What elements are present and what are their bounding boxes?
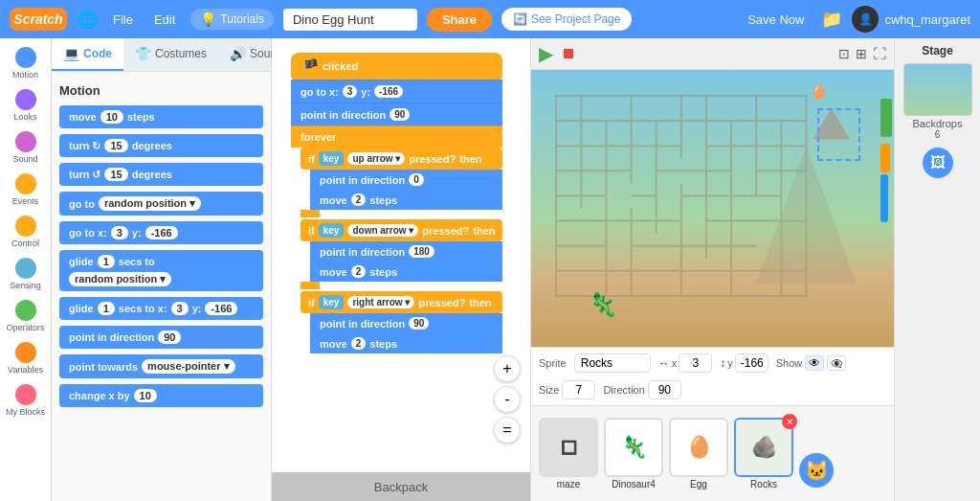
svg-marker-26: [756, 146, 857, 284]
looks-dot: [15, 89, 36, 110]
see-project-button[interactable]: 🔄 See Project Page: [501, 8, 632, 31]
events-dot: [15, 173, 36, 194]
sprite-delete-rocks[interactable]: ✕: [782, 414, 797, 429]
block-point-direction[interactable]: point in direction 90: [59, 326, 263, 349]
sidebar-item-operators[interactable]: Operators: [1, 296, 51, 336]
costumes-icon: 👕: [135, 46, 151, 61]
folder-icon[interactable]: 📁: [821, 9, 842, 30]
sprite-info-bar: Sprite ↔ x ↕ y Show 👁 👁‍🗨 Size: [531, 347, 894, 405]
add-backdrop-button[interactable]: 🖼: [923, 148, 953, 178]
show-label: Show: [776, 357, 803, 369]
tab-code[interactable]: 💻 Code: [52, 38, 123, 71]
direction-input[interactable]: [648, 380, 681, 399]
block-move[interactable]: move 10 steps: [59, 105, 263, 128]
sprite-item-dinosaur4[interactable]: 🦎 Dinosaur4: [604, 418, 663, 490]
control-dot: [15, 216, 36, 237]
sprite-size-control: Size: [539, 380, 595, 399]
sounds-tab-icon: 🔊: [230, 46, 246, 61]
add-backdrop-icon: 🖼: [930, 154, 946, 171]
y-value-input[interactable]: [735, 353, 768, 373]
zoom-out-button[interactable]: -: [494, 386, 521, 413]
section-title: Motion: [59, 83, 263, 98]
variables-label: Variables: [8, 365, 43, 375]
block-move-2-up[interactable]: move 2 steps: [310, 190, 502, 210]
backpack-bar[interactable]: Backpack: [272, 472, 530, 501]
block-point-towards[interactable]: point towards mouse-pointer ▾: [59, 354, 263, 378]
sidebar-item-control[interactable]: Control: [1, 212, 51, 252]
block-glide-random[interactable]: glide 1 secs to random position ▾: [59, 250, 263, 291]
events-label: Events: [12, 196, 39, 206]
large-stage-button[interactable]: ⊞: [856, 46, 867, 61]
size-input[interactable]: [562, 380, 595, 399]
show-visible-button[interactable]: 👁: [805, 355, 824, 371]
block-if-up[interactable]: if key up arrow ▾ pressed? then: [301, 148, 502, 170]
stage-backdrop-thumbnail[interactable]: [903, 63, 972, 116]
motion-label: Motion: [12, 70, 38, 80]
block-move-2-right[interactable]: move 2 steps: [310, 333, 502, 353]
block-point-0[interactable]: point in direction 0: [310, 170, 502, 190]
sprite-name-input[interactable]: [574, 353, 651, 373]
script-group-main: 🏴 clicked go to x: 3 y: -166 point in di…: [291, 53, 502, 353]
sprite-label-dinosaur4: Dinosaur4: [612, 479, 656, 490]
zoom-controls: + - =: [494, 355, 521, 444]
sidebar-item-sensing[interactable]: Sensing: [1, 254, 51, 294]
sprite-label-maze: maze: [557, 479, 580, 490]
block-goto-random[interactable]: go to random position ▾: [59, 192, 263, 216]
tab-costumes[interactable]: 👕 Costumes: [123, 38, 218, 71]
zoom-fit-button[interactable]: =: [494, 417, 521, 444]
x-value-input[interactable]: [679, 353, 712, 373]
avatar: 👤: [852, 6, 879, 33]
if-end-2: [301, 282, 320, 289]
block-if-right[interactable]: if key right arrow ▾ pressed? then: [301, 291, 502, 313]
block-goto-xy-script[interactable]: go to x: 3 y: -166: [291, 80, 502, 102]
sprite-label: Sprite: [539, 357, 567, 369]
tab-costumes-label: Costumes: [155, 47, 207, 60]
sidebar-item-motion[interactable]: Motion: [1, 43, 51, 83]
tutorials-btn[interactable]: 💡 Tutorials: [190, 9, 274, 30]
globe-icon[interactable]: 🌐: [77, 9, 98, 30]
block-goto-xy[interactable]: go to x: 3 y: -166: [59, 221, 263, 244]
block-point-90[interactable]: point in direction 90: [310, 313, 502, 333]
block-turn-right[interactable]: turn ↻ 15 degrees: [59, 134, 263, 157]
fullscreen-button[interactable]: ⛶: [873, 46, 886, 61]
sprite-item-egg[interactable]: 🥚 Egg: [669, 418, 728, 490]
block-change-x[interactable]: change x by 10: [59, 384, 263, 407]
block-point-direction-script[interactable]: point in direction 90: [291, 102, 502, 125]
user-menu[interactable]: 👤 cwhq_margaret: [852, 6, 970, 33]
save-button[interactable]: Save Now: [747, 12, 804, 27]
block-forever[interactable]: forever: [291, 125, 502, 148]
sidebar-item-myblocks[interactable]: My Blocks: [1, 380, 51, 421]
play-button[interactable]: ▶: [539, 42, 553, 65]
sidebar-item-sound[interactable]: Sound: [1, 127, 51, 168]
show-hidden-button[interactable]: 👁‍🗨: [827, 355, 846, 371]
block-glide-xy[interactable]: glide 1 secs to x: 3 y: -166: [59, 297, 263, 320]
zoom-in-button[interactable]: +: [494, 355, 521, 382]
sidebar-item-looks[interactable]: Looks: [1, 85, 51, 125]
variables-dot: [15, 342, 36, 363]
file-menu[interactable]: File: [107, 11, 139, 29]
block-when-flag-clicked[interactable]: 🏴 clicked: [291, 53, 502, 80]
stop-button[interactable]: ⏹: [561, 45, 576, 62]
stage-toolbar: ▶ ⏹ ⊡ ⊞ ⛶: [531, 38, 894, 70]
block-point-180[interactable]: point in direction 180: [310, 241, 502, 262]
add-sprite-icon: 🐱: [805, 459, 829, 482]
block-if-down[interactable]: if key down arrow ▾ pressed? then: [301, 219, 502, 241]
stage-label: Stage: [922, 44, 953, 57]
small-stage-button[interactable]: ⊡: [838, 46, 850, 61]
add-sprite-button[interactable]: 🐱: [799, 453, 834, 488]
tutorials-label: Tutorials: [220, 12, 264, 26]
sprite-item-rocks[interactable]: 🪨 ✕ Rocks: [734, 418, 793, 490]
sidebar-item-events[interactable]: Events: [1, 170, 51, 210]
stage-panel: ▶ ⏹ ⊡ ⊞ ⛶: [530, 38, 894, 501]
sensing-dot: [15, 258, 36, 279]
project-name-input[interactable]: [283, 9, 417, 31]
sprite-img-egg: 🥚: [669, 418, 728, 477]
block-turn-left[interactable]: turn ↺ 15 degrees: [59, 163, 263, 186]
share-button[interactable]: Share: [427, 8, 492, 32]
scratch-logo[interactable]: Scratch: [10, 8, 67, 31]
block-move-2-down[interactable]: move 2 steps: [310, 262, 502, 282]
script-area: ☁ 🏴 clicked go to x: 3 y: -166 point in …: [272, 38, 530, 501]
sidebar-item-variables[interactable]: Variables: [1, 338, 51, 378]
sprite-item-maze[interactable]: 🔲 maze: [539, 418, 598, 490]
edit-menu[interactable]: Edit: [148, 11, 181, 29]
